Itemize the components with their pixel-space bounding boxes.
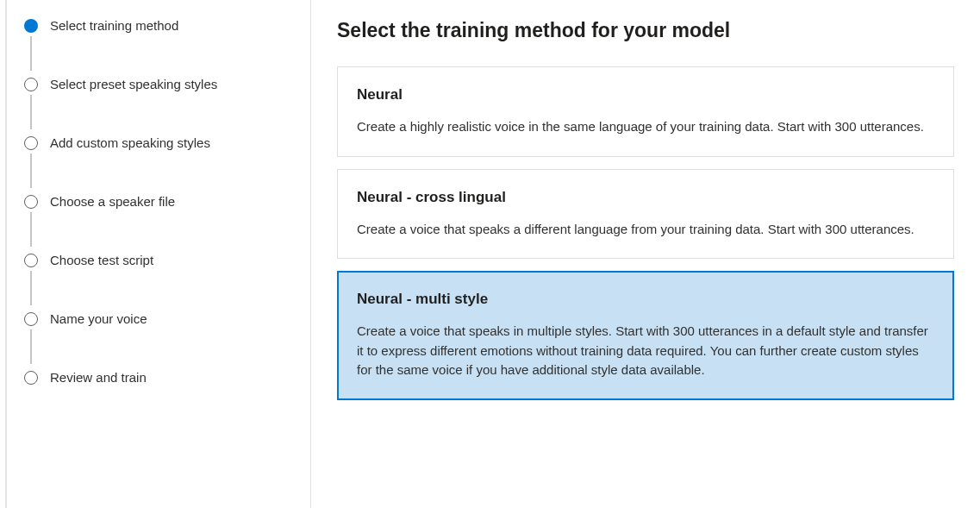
step-connector [30, 329, 32, 364]
main-content: Select the training method for your mode… [311, 0, 980, 508]
option-description: Create a highly realistic voice in the s… [357, 117, 934, 137]
step-indicator-icon [24, 78, 38, 91]
training-method-option-neural[interactable]: Neural Create a highly realistic voice i… [337, 66, 954, 157]
training-method-option-neural-multi-style[interactable]: Neural - multi style Create a voice that… [337, 271, 954, 400]
step-connector [30, 154, 32, 188]
step-indicator-active-icon [24, 19, 38, 33]
step-connector [30, 95, 32, 129]
step-label: Name your voice [50, 311, 147, 326]
option-title: Neural [357, 86, 934, 103]
step-select-training-method[interactable]: Select training method [24, 17, 293, 76]
page-title: Select the training method for your mode… [337, 19, 954, 42]
step-indicator-icon [24, 136, 38, 150]
step-choose-test-script[interactable]: Choose test script [24, 252, 293, 310]
option-description: Create a voice that speaks a different l… [357, 220, 934, 240]
step-label: Review and train [50, 370, 147, 385]
option-title: Neural - cross lingual [357, 189, 934, 206]
step-connector [30, 36, 32, 71]
step-indicator-icon [24, 254, 38, 267]
step-connector [30, 212, 32, 247]
step-review-and-train[interactable]: Review and train [24, 369, 293, 386]
option-title: Neural - multi style [357, 291, 934, 308]
step-choose-speaker-file[interactable]: Choose a speaker file [24, 193, 293, 252]
step-list: Select training method Select preset spe… [24, 17, 293, 386]
step-label: Choose test script [50, 253, 153, 267]
step-label: Select preset speaking styles [50, 77, 217, 91]
step-connector [30, 271, 32, 305]
step-indicator-icon [24, 312, 38, 326]
option-description: Create a voice that speaks in multiple s… [357, 322, 934, 380]
step-select-preset-speaking-styles[interactable]: Select preset speaking styles [24, 76, 293, 135]
step-add-custom-speaking-styles[interactable]: Add custom speaking styles [24, 135, 293, 193]
step-label: Select training method [50, 18, 178, 33]
training-method-option-neural-cross-lingual[interactable]: Neural - cross lingual Create a voice th… [337, 169, 954, 260]
step-label: Choose a speaker file [50, 194, 175, 209]
wizard-sidebar: Select training method Select preset spe… [5, 0, 311, 508]
step-name-your-voice[interactable]: Name your voice [24, 310, 293, 369]
step-label: Add custom speaking styles [50, 135, 210, 150]
step-indicator-icon [24, 371, 38, 385]
step-indicator-icon [24, 195, 38, 209]
